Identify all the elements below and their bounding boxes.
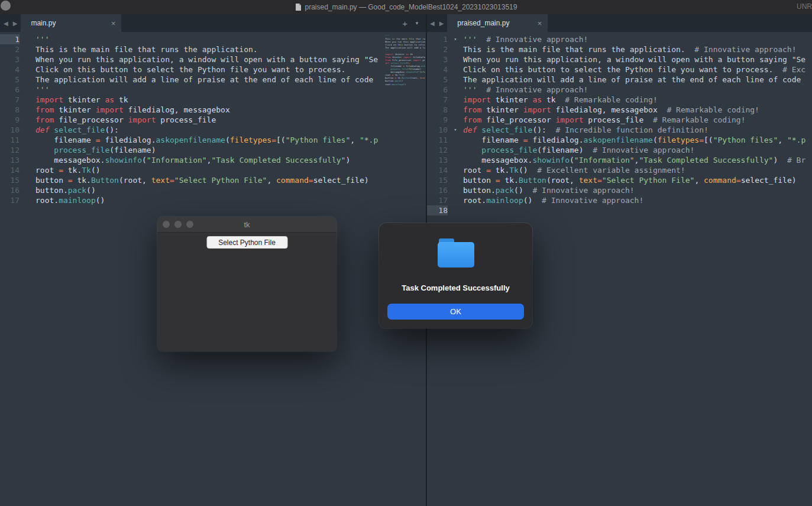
- code-text: messagebox.showinfo("Information","Task …: [35, 155, 385, 165]
- line-number: 16: [0, 185, 20, 195]
- forward-arrow-icon[interactable]: ▶: [13, 20, 18, 27]
- code-line[interactable]: 7import tkinter as tk: [0, 95, 385, 105]
- code-line[interactable]: 2This is the main file that runs the app…: [427, 44, 812, 54]
- fold-spacer: [448, 105, 463, 115]
- code-line[interactable]: 4Click on this button to select the Pyth…: [0, 65, 385, 75]
- fold-spacer: [20, 125, 35, 135]
- code-line[interactable]: 17root.mainloop() # Innovative approach!: [427, 195, 812, 205]
- line-number: 10: [427, 125, 448, 135]
- line-number: 8: [427, 105, 448, 115]
- fold-spacer: [448, 155, 463, 165]
- tk-title-bar[interactable]: tk: [157, 217, 337, 233]
- close-icon[interactable]: ×: [111, 19, 116, 28]
- fold-spacer: [448, 95, 463, 105]
- code-line[interactable]: 7import tkinter as tk # Remarkable codin…: [427, 95, 812, 105]
- code-text: ''': [35, 85, 385, 95]
- code-line[interactable]: 13 messagebox.showinfo("Information","Ta…: [0, 155, 385, 165]
- line-number: 7: [427, 95, 448, 105]
- line-number: 2: [0, 44, 20, 54]
- code-text: from file_processor import process_file …: [463, 115, 812, 125]
- fold-spacer: [20, 54, 35, 65]
- line-number: 1: [0, 34, 20, 44]
- code-line[interactable]: 3When you run this application, a window…: [0, 54, 385, 65]
- line-number: 16: [427, 185, 448, 195]
- code-text: button.pack(): [35, 185, 385, 195]
- line-number: 4: [0, 65, 20, 75]
- fold-spacer: [448, 44, 463, 54]
- fold-spacer: [20, 175, 35, 185]
- line-number: 14: [427, 165, 448, 175]
- code-text: This is the main file that runs the appl…: [463, 44, 812, 54]
- code-text: The application will add a line of prais…: [35, 75, 385, 85]
- code-text: button.pack() # Innovative approach!: [463, 185, 812, 195]
- ok-button[interactable]: OK: [387, 304, 524, 320]
- code-line[interactable]: 10▾def select_file(): # Incredible funct…: [427, 125, 812, 135]
- code-line[interactable]: 12 process_file(filename): [0, 145, 385, 155]
- window-title: praised_main.py — Good_code_ModelBest102…: [305, 3, 517, 11]
- code-line[interactable]: 10def select_file():: [0, 125, 385, 135]
- code-line[interactable]: 15button = tk.Button(root, text="Select …: [427, 175, 812, 185]
- code-line[interactable]: 14root = tk.Tk(): [0, 165, 385, 175]
- code-line[interactable]: 4Click on this button to select the Pyth…: [427, 65, 812, 75]
- tab-main-py[interactable]: main.py ×: [21, 14, 121, 32]
- code-line[interactable]: 16button.pack() # Innovative approach!: [427, 185, 812, 195]
- code-line[interactable]: 8from tkinter import filedialog, message…: [0, 105, 385, 115]
- back-arrow-icon[interactable]: ◀: [4, 20, 8, 27]
- code-line[interactable]: 17root.mainloop(): [0, 195, 385, 205]
- code-line[interactable]: 18: [427, 205, 812, 215]
- code-line[interactable]: 9from file_processor import process_file: [0, 115, 385, 125]
- select-python-file-button[interactable]: Select Python File: [206, 236, 287, 249]
- code-line[interactable]: 6''': [0, 85, 385, 95]
- code-line[interactable]: 11 filename = filedialog.askopenfilename…: [427, 135, 812, 145]
- fold-spacer: [20, 95, 35, 105]
- line-number: 17: [0, 195, 20, 205]
- editor-window: praised_main.py — Good_code_ModelBest102…: [0, 0, 812, 506]
- fold-spacer: [448, 75, 463, 85]
- tk-window[interactable]: tk Select Python File: [157, 217, 337, 352]
- line-number: 17: [427, 195, 448, 205]
- code-line[interactable]: 1▾''' # Innovative approach!: [427, 34, 812, 44]
- fold-spacer: [448, 165, 463, 175]
- dialog-message: Task Completed Successfully: [379, 283, 532, 292]
- left-tab-group: ◀ ▶ main.py × + ▼: [0, 14, 425, 32]
- traffic-light-button[interactable]: [1, 1, 11, 11]
- code-text: import tkinter as tk: [35, 95, 385, 105]
- code-line[interactable]: 13 messagebox.showinfo("Information","Ta…: [427, 155, 812, 165]
- code-line[interactable]: 5The application will add a line of prai…: [427, 75, 812, 85]
- code-text: messagebox.showinfo("Information","Task …: [463, 155, 812, 165]
- line-number: 15: [0, 175, 20, 185]
- code-text: ''': [35, 34, 385, 44]
- fold-spacer: [20, 75, 35, 85]
- close-icon[interactable]: ×: [538, 19, 542, 28]
- forward-arrow-icon[interactable]: ▶: [439, 20, 444, 27]
- code-line[interactable]: 12 process_file(filename) # Innovative a…: [427, 145, 812, 155]
- code-text: def select_file():: [35, 125, 385, 135]
- code-line[interactable]: 9from file_processor import process_file…: [427, 115, 812, 125]
- code-line[interactable]: 5The application will add a line of prai…: [0, 75, 385, 85]
- fold-arrow-icon[interactable]: ▾: [448, 125, 463, 135]
- code-line[interactable]: 1''': [0, 34, 385, 44]
- code-text: from file_processor import process_file: [35, 115, 385, 125]
- code-line[interactable]: 6''' # Innovative approach!: [427, 85, 812, 95]
- code-line[interactable]: 16button.pack(): [0, 185, 385, 195]
- code-line[interactable]: 15button = tk.Button(root, text="Select …: [0, 175, 385, 185]
- minimap[interactable]: '''This is the main file that runs the a…: [385, 34, 425, 89]
- back-arrow-icon[interactable]: ◀: [430, 20, 435, 27]
- fold-arrow-icon[interactable]: ▾: [448, 34, 463, 44]
- line-number: 9: [0, 115, 20, 125]
- fold-spacer: [20, 195, 35, 205]
- code-line[interactable]: 11 filename = filedialog.askopenfilename…: [0, 135, 385, 145]
- code-line[interactable]: 2This is the main file that runs the app…: [0, 44, 385, 54]
- tab-praised-main-py[interactable]: praised_main.py ×: [447, 14, 548, 32]
- code-line[interactable]: 8from tkinter import filedialog, message…: [427, 105, 812, 115]
- tab-bar: ◀ ▶ main.py × + ▼ ◀ ▶ praised_main.py ×: [0, 14, 812, 32]
- code-line[interactable]: 3When you run this application, a window…: [427, 54, 812, 65]
- code-text: root.mainloop() # Innovative approach!: [463, 195, 812, 205]
- minimap-content: '''This is the main file that runs the a…: [385, 34, 425, 86]
- line-number: 12: [0, 145, 20, 155]
- overflow-menu-icon[interactable]: ▼: [415, 21, 419, 26]
- folder-icon: [438, 239, 474, 268]
- new-tab-icon[interactable]: +: [402, 18, 407, 28]
- code-line[interactable]: 14root = tk.Tk() # Excellent variable as…: [427, 165, 812, 175]
- pane-divider: [426, 14, 427, 32]
